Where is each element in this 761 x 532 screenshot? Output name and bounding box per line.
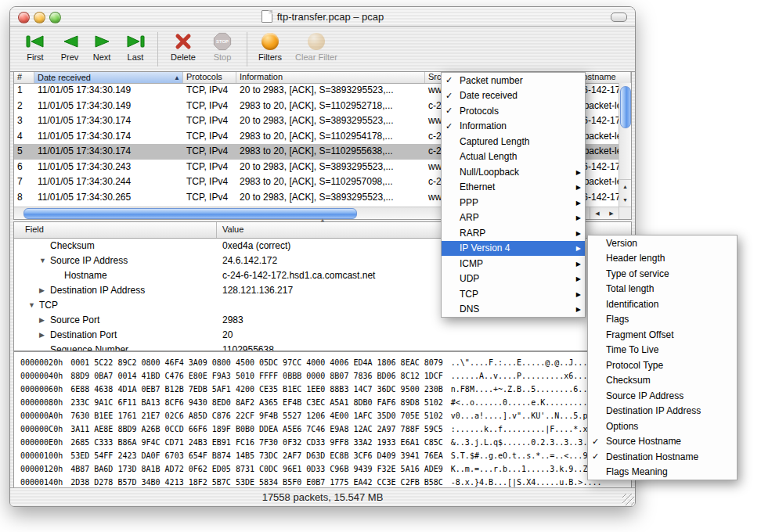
disclosure-open-icon[interactable]: ▼ — [28, 298, 39, 313]
information-cell: 2983 to 20, [ACK], S=1102954178,... — [236, 129, 425, 145]
hex-line: 00000020h0001 5C22 89C2 0800 46F4 3A09 0… — [20, 356, 631, 369]
submenu-item-options[interactable]: Options — [588, 419, 737, 434]
hex-ascii: n.F8M....+~.Z.B..5........6...#. — [451, 385, 602, 394]
menu-item-arp[interactable]: ARP▶ — [442, 210, 585, 226]
vertical-scrollbar[interactable]: ▲ ▼ — [619, 83, 631, 207]
disclosure-closed-icon[interactable]: ▶ — [39, 283, 50, 298]
hex-ascii: S.T.$#..g.eO.t..s.*..=..<...9Av. — [451, 451, 602, 460]
menu-item-dns[interactable]: DNS▶ — [442, 302, 585, 318]
submenu-item-type-of-service[interactable]: Type of service — [588, 266, 737, 282]
date-cell: 11/01/05 17:34:30.174 — [34, 129, 183, 145]
column-header-protocols[interactable]: Protocols — [183, 72, 236, 83]
menu-item-ip-version-4[interactable]: IP Version 4▶ — [442, 241, 585, 257]
hex-line: 000000E0h2685 C333 B86A 9F4C CD71 24B3 E… — [20, 436, 631, 449]
menu-item-icmp[interactable]: ICMP▶ — [442, 256, 585, 271]
submenu-item-total-length[interactable]: Total length — [588, 282, 737, 297]
field-label: Source IP Address — [50, 253, 128, 268]
detail-row[interactable]: Sequence Number 1102955638 — [14, 343, 631, 351]
menu-item-packet-number[interactable]: ✓Packet number — [442, 73, 585, 88]
hex-line: 000000A0h7630 B1EE 1761 21E7 02C6 A85D C… — [20, 409, 631, 422]
menu-item-actual-length[interactable]: Actual Length — [442, 149, 585, 165]
checkmark-icon: ✓ — [442, 75, 460, 85]
toolbar-toggle-button[interactable] — [611, 13, 627, 22]
title-bar[interactable]: ftp-transfer.pcap – pcap — [10, 7, 635, 27]
menu-item-protocols[interactable]: ✓Protocols — [442, 103, 585, 119]
vertical-scrollbar-thumb[interactable] — [620, 86, 631, 128]
field-column-header[interactable]: Field — [25, 225, 44, 234]
protocols-cell: TCP, IPv4 — [183, 160, 236, 175]
scroll-left-button[interactable]: ◀ — [590, 207, 604, 219]
filters-button[interactable]: Filters — [253, 31, 287, 62]
submenu-item-header-length[interactable]: Header length — [588, 251, 737, 267]
date-cell: 11/01/05 17:34:30.174 — [34, 113, 183, 129]
scroll-up-button[interactable]: ▲ — [619, 180, 631, 193]
protocols-cell: TCP, IPv4 — [183, 144, 236, 160]
field-label: Source Port — [50, 313, 99, 328]
submenu-item-destination-ip-address[interactable]: Destination IP Address — [588, 404, 737, 419]
next-button[interactable]: Next — [87, 31, 117, 62]
menu-item-udp[interactable]: UDP▶ — [442, 271, 585, 287]
submenu-item-destination-hostname[interactable]: ✓Destination Hostname — [588, 449, 737, 465]
menu-item-null-loopback[interactable]: Null/Loopback▶ — [442, 164, 585, 180]
number-cell: 1 — [14, 83, 34, 99]
resize-grip[interactable] — [622, 494, 634, 505]
hex-ascii: -8.x.}4.B...[|S.X4.....u.B.>.... — [451, 478, 602, 487]
menu-item-captured-length[interactable]: Captured Length — [442, 134, 585, 149]
menu-item-ethernet[interactable]: Ethernet▶ — [442, 180, 585, 196]
clear-filter-button-label: Clear Filter — [295, 52, 337, 62]
menu-item-date-received[interactable]: ✓Date received — [442, 88, 585, 104]
value-column-header[interactable]: Value — [222, 225, 243, 234]
scroll-down-button[interactable]: ▼ — [619, 193, 631, 207]
detail-column-divider[interactable] — [216, 222, 217, 238]
hex-address: 00000140h — [20, 478, 63, 487]
hex-bytes: 7630 B1EE 1761 21E7 02C6 A85D C876 22CF … — [70, 412, 443, 420]
menu-item-information[interactable]: ✓Information — [442, 119, 585, 135]
window-title: ftp-transfer.pcap – pcap — [277, 11, 384, 23]
first-button[interactable]: First — [18, 31, 52, 62]
hex-line: 00000120h4B87 BA6D 173D 8A1B AD72 0F62 E… — [20, 462, 631, 476]
horizontal-scrollbar-thumb[interactable] — [23, 208, 357, 219]
document-icon — [261, 10, 272, 23]
information-cell: 2983 to 20, [ACK], S=1102955638,... — [236, 144, 425, 160]
submenu-arrow-icon: ▶ — [576, 199, 581, 206]
last-button[interactable]: Last — [120, 31, 151, 62]
menu-item-ppp[interactable]: PPP▶ — [442, 195, 585, 210]
toolbar-separator — [247, 32, 247, 66]
checkmark-icon: ✓ — [442, 121, 460, 131]
hex-dump-pane: 00000020h0001 5C22 89C2 0800 46F4 3A09 0… — [13, 351, 632, 488]
detail-row[interactable]: ▶Destination Port 20 — [14, 328, 631, 343]
disclosure-closed-icon[interactable]: ▶ — [39, 328, 50, 343]
scroll-right-button[interactable]: ▶ — [604, 207, 619, 219]
column-header-date-received[interactable]: Date received ▲ — [34, 72, 183, 83]
number-cell: 7 — [14, 174, 34, 190]
submenu-item-fragment-offset[interactable]: Fragment Offset — [588, 327, 737, 343]
submenu-item-source-ip-address[interactable]: Source IP Address — [588, 388, 737, 404]
status-text: 17558 packets, 15.547 MB — [262, 491, 384, 503]
svg-text:STOP: STOP — [216, 39, 229, 44]
submenu-item-checksum[interactable]: Checksum — [588, 373, 737, 389]
disclosure-closed-icon[interactable]: ▶ — [39, 313, 50, 328]
submenu-item-flags-meaning[interactable]: Flags Meaning — [588, 465, 737, 480]
checkmark-icon: ✓ — [588, 437, 606, 447]
column-header-number[interactable]: # — [14, 72, 34, 83]
prev-button-label: Prev — [61, 52, 79, 62]
submenu-item-version[interactable]: Version — [588, 235, 737, 251]
hex-bytes: 4B87 BA6D 173D 8A1B AD72 0F62 ED05 8731 … — [70, 465, 443, 473]
disclosure-open-icon[interactable]: ▼ — [39, 253, 50, 268]
hex-address: 000000E0h — [20, 438, 63, 447]
menu-item-rarp[interactable]: RARP▶ — [442, 225, 585, 241]
submenu-item-flags[interactable]: Flags — [588, 312, 737, 328]
splitter-collapse-handle[interactable]: ▲ — [319, 217, 326, 224]
hex-line: 00000140h2D38 D278 B57D 34B0 4213 18F2 5… — [20, 476, 631, 488]
filters-button-label: Filters — [258, 52, 282, 62]
prev-button[interactable]: Prev — [56, 31, 84, 62]
menu-item-tcp[interactable]: TCP▶ — [442, 286, 585, 302]
field-value: 0xed4a (correct) — [222, 239, 290, 253]
submenu-item-time-to-live[interactable]: Time To Live — [588, 343, 737, 358]
protocols-cell: TCP, IPv4 — [183, 83, 236, 99]
submenu-item-identification[interactable]: Identification — [588, 297, 737, 312]
submenu-item-protocol-type[interactable]: Protocol Type — [588, 358, 737, 373]
column-header-information[interactable]: Information — [236, 72, 425, 83]
submenu-item-source-hostname[interactable]: ✓Source Hostname — [588, 434, 737, 450]
delete-button[interactable]: Delete — [165, 31, 201, 62]
